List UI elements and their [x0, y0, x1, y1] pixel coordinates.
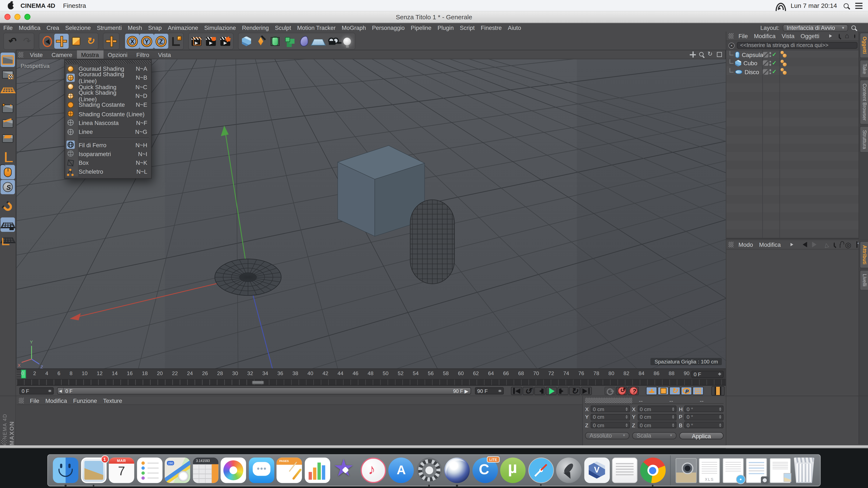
timeline-scrollbar-thumb[interactable] [252, 381, 264, 384]
move-tool-button[interactable] [54, 34, 69, 49]
previous-frame-button[interactable] [534, 387, 545, 395]
menubar-clock[interactable]: Lun 7 mar 20:14 [790, 2, 837, 9]
zoom-view-icon[interactable] [699, 52, 705, 58]
key-parameter-button[interactable] [681, 387, 692, 395]
om-eye-icon[interactable] [854, 34, 855, 38]
spotlight-search-icon[interactable] [844, 3, 849, 8]
dock-minimized-chat-window[interactable] [746, 458, 767, 483]
am-menu-modo[interactable]: Modo [739, 241, 753, 248]
add-spline-button[interactable] [253, 34, 268, 49]
viewport-solo-button[interactable] [1, 180, 15, 194]
am-search-icon[interactable] [834, 242, 835, 247]
layer-toggle-icon[interactable] [763, 69, 768, 74]
go-to-start-button[interactable] [511, 387, 522, 395]
app-menu-file[interactable]: File [3, 24, 13, 31]
tab-livelli[interactable]: Livelli [860, 270, 868, 290]
more-menus-arrow-icon[interactable] [790, 243, 795, 246]
keying-help-button[interactable] [628, 387, 639, 395]
history-forward-icon[interactable] [812, 242, 819, 248]
ruler-frame-field[interactable]: 0 F [691, 370, 724, 378]
add-primitive-cube-button[interactable] [239, 34, 253, 49]
next-frame-button[interactable] [558, 387, 568, 395]
scale-field[interactable]: 0 cm [638, 414, 677, 420]
mat-menu-modifica[interactable]: Modifica [45, 397, 67, 403]
record-keyframe-button[interactable] [604, 387, 616, 395]
om-menu-file[interactable]: File [739, 33, 748, 39]
om-menu-modifica[interactable]: Modifica [754, 33, 776, 39]
slider-left-cap-icon[interactable]: ◀ [58, 388, 64, 394]
tab-take[interactable]: Take [860, 60, 868, 78]
menu-item-fil-di-ferro[interactable]: Fil di Ferro N~H [65, 140, 151, 149]
command-search-icon[interactable] [851, 25, 856, 30]
scale-field[interactable]: 0 cm [638, 422, 677, 428]
app-menu-snap[interactable]: Snap [148, 24, 162, 31]
dock-icon-photos[interactable] [221, 457, 246, 483]
window-bottom-edge[interactable] [0, 446, 868, 448]
menu-tearoff-strip[interactable] [65, 60, 151, 64]
texture-mode-button[interactable] [1, 68, 15, 82]
dock-icon-safari[interactable] [528, 457, 554, 483]
history-back-icon[interactable] [800, 242, 807, 248]
dock-icon-chrome[interactable] [640, 457, 665, 483]
dock-icon-imovie[interactable] [333, 457, 358, 483]
key-scale-button[interactable] [657, 387, 669, 395]
app-menu-mesh[interactable]: Mesh [128, 24, 142, 31]
coords-mode-dropdown[interactable]: Assoluto▾ [585, 432, 629, 439]
tab-oggetti[interactable]: Oggetti [860, 33, 868, 58]
tree-branch-icon[interactable] [730, 59, 734, 64]
menu-item-linea-nascosta[interactable]: Linea Nascosta N~F [65, 118, 151, 127]
timeline-scrollbar[interactable] [17, 380, 725, 386]
app-menu-finestre[interactable]: Finestre [481, 24, 502, 31]
dock-icon-launchpad[interactable] [556, 457, 582, 483]
tree-branch-icon[interactable] [730, 51, 734, 55]
coordinate-system-button[interactable] [168, 34, 183, 49]
app-menu-sculpt[interactable]: Sculpt [275, 24, 291, 31]
tab-struttura[interactable]: Struttura [860, 126, 868, 153]
dock-icon-finder[interactable] [53, 457, 78, 483]
app-menu-rendering[interactable]: Rendering [242, 24, 269, 31]
app-menu-script[interactable]: Script [460, 24, 475, 31]
menu-item-gouraud-shading-linee[interactable]: Gouraud Shading (Linee) N~B [65, 73, 151, 83]
viewport-menu-filtro[interactable]: Filtro [132, 51, 154, 59]
object-row-disco[interactable]: Disco ✓ [726, 68, 868, 76]
dock-icon-virtualbox[interactable] [584, 457, 610, 483]
add-mograph-cloner-button[interactable] [282, 34, 297, 49]
window-corner-grip[interactable] [1, 439, 6, 444]
render-settings-button[interactable] [218, 34, 232, 49]
key-rotation-button[interactable] [669, 387, 680, 395]
dock-icon-itunes[interactable] [361, 457, 386, 483]
om-menu-vista[interactable]: Vista [782, 33, 795, 39]
tweak-mode-button[interactable] [1, 165, 15, 179]
lock-panel-icon[interactable] [840, 244, 840, 248]
app-menu-modifica[interactable]: Modifica [19, 24, 40, 31]
undo-button[interactable] [4, 34, 19, 49]
workplane-lock-button[interactable] [1, 218, 15, 232]
object-tag-dots-icon[interactable] [780, 60, 788, 67]
disc-object[interactable] [215, 259, 281, 295]
camera-view-label[interactable]: Prospettiva [21, 63, 50, 69]
panel-grip-icon[interactable] [728, 242, 734, 248]
panel-grip-icon[interactable] [728, 33, 734, 39]
pan-view-icon[interactable] [690, 52, 696, 58]
timeline-ruler[interactable]: 0246810121416182022242628303234363840424… [17, 368, 725, 380]
object-tag-dots-icon[interactable] [780, 68, 788, 75]
layer-toggle-icon[interactable] [763, 52, 768, 57]
dock-minimized-safari-window[interactable] [722, 458, 743, 483]
dock-icon-system-preferences[interactable] [416, 457, 442, 483]
edges-mode-button[interactable] [1, 116, 15, 131]
key-pla-button[interactable] [692, 387, 704, 395]
dock-minimized-photo-window[interactable] [675, 458, 696, 483]
live-selection-button[interactable] [40, 34, 54, 49]
clear-search-icon[interactable]: × [728, 42, 735, 48]
position-field[interactable]: 0 cm [591, 414, 630, 420]
apply-button[interactable]: Applica [679, 432, 723, 439]
dock-icon-calendar[interactable]: MAR 7 [109, 457, 134, 483]
coords-header-scale[interactable]: -- [663, 397, 693, 403]
viewport-menu-mostra[interactable]: Mostra [77, 51, 103, 59]
menu-item-linee[interactable]: Linee N~G [65, 127, 151, 136]
app-menu-motion-tracker[interactable]: Motion Tracker [297, 24, 336, 31]
next-key-button[interactable] [569, 387, 580, 395]
visibility-dots-icon[interactable] [769, 52, 771, 57]
dock-icon-cinema-4d[interactable] [444, 457, 470, 483]
rotation-field[interactable]: 0 ° [684, 414, 724, 420]
